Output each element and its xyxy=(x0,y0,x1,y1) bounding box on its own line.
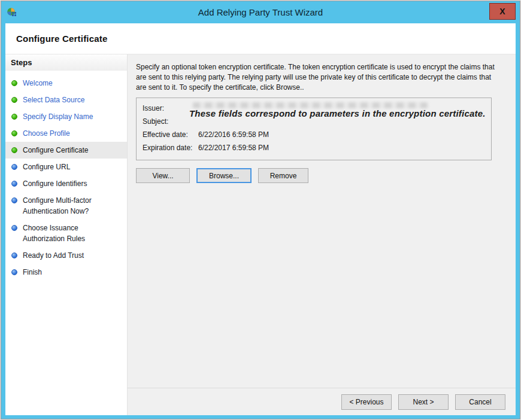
steps-sidebar: Steps Welcome Select Data Source Specify… xyxy=(5,54,128,415)
step-select-data-source[interactable]: Select Data Source xyxy=(5,92,127,108)
steps-heading: Steps xyxy=(5,54,127,71)
step-current-icon xyxy=(11,147,17,153)
step-choose-issuance-rules[interactable]: Choose Issuance Authorization Rules xyxy=(5,220,127,247)
adfs-app-icon xyxy=(7,7,17,18)
cancel-button[interactable]: Cancel xyxy=(455,394,505,410)
step-done-icon xyxy=(11,130,17,136)
window-title: Add Relying Party Trust Wizard xyxy=(1,1,520,23)
previous-button[interactable]: < Previous xyxy=(341,394,392,410)
certificate-field-effective-date: Effective date:6/22/2016 6:59:58 PM xyxy=(143,128,485,141)
certificate-box: Issuer: Subject: Effective date:6/22/201… xyxy=(136,98,492,160)
step-configure-url[interactable]: Configure URL xyxy=(5,159,127,175)
page-header: Configure Certificate xyxy=(5,23,516,54)
page-description: Specify an optional token encryption cer… xyxy=(136,62,498,92)
step-specify-display-name[interactable]: Specify Display Name xyxy=(5,108,127,125)
step-welcome[interactable]: Welcome xyxy=(5,75,127,92)
title-bar: Add Relying Party Trust Wizard X xyxy=(1,1,520,23)
next-button[interactable]: Next > xyxy=(398,394,449,410)
step-finish[interactable]: Finish xyxy=(5,264,127,281)
wizard-body: Configure Certificate Steps Welcome Sele… xyxy=(5,23,516,415)
close-button[interactable]: X xyxy=(489,3,516,20)
remove-button[interactable]: Remove xyxy=(258,168,308,183)
step-choose-profile[interactable]: Choose Profile xyxy=(5,125,127,142)
step-todo-icon xyxy=(11,164,17,170)
view-button[interactable]: View... xyxy=(136,168,190,183)
wizard-window: Add Relying Party Trust Wizard X Configu… xyxy=(1,1,520,419)
step-todo-icon xyxy=(11,197,17,203)
page-title: Configure Certificate xyxy=(16,34,108,44)
wizard-footer: < Previous Next > Cancel xyxy=(128,388,516,415)
certificate-annotation: These fields correspond to parameters in… xyxy=(189,108,486,118)
redacted-issuer-value xyxy=(193,102,428,108)
content-pane: Specify an optional token encryption cer… xyxy=(128,54,516,415)
browse-button[interactable]: Browse... xyxy=(196,168,252,183)
certificate-buttons: View... Browse... Remove xyxy=(136,168,505,183)
step-list: Welcome Select Data Source Specify Displ… xyxy=(5,71,127,281)
step-configure-mfa[interactable]: Configure Multi-factor Authentication No… xyxy=(5,192,127,220)
step-todo-icon xyxy=(11,181,17,187)
step-done-icon xyxy=(11,114,17,120)
certificate-field-expiration-date: Expiration date:6/22/2017 6:59:58 PM xyxy=(143,141,485,154)
step-configure-identifiers[interactable]: Configure Identifiers xyxy=(5,175,127,192)
step-done-icon xyxy=(11,80,17,86)
step-todo-icon xyxy=(11,225,17,231)
step-ready-to-add-trust[interactable]: Ready to Add Trust xyxy=(5,247,127,264)
close-icon: X xyxy=(499,7,505,16)
step-configure-certificate[interactable]: Configure Certificate xyxy=(5,142,127,159)
step-todo-icon xyxy=(11,269,17,275)
step-todo-icon xyxy=(11,252,17,258)
step-done-icon xyxy=(11,97,17,103)
